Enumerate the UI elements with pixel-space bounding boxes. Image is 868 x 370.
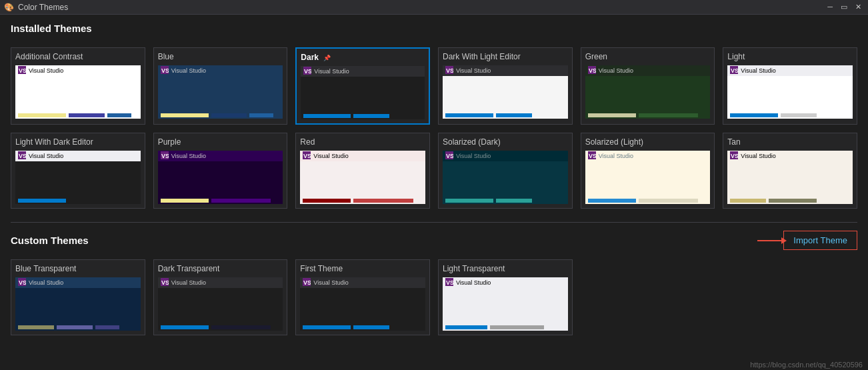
minimize-button[interactable]: ─ (825, 3, 835, 11)
preview-bar (490, 325, 544, 329)
theme-preview: VSVisual Studio (301, 66, 425, 119)
custom-themes-title: Custom Themes (11, 235, 89, 246)
preview-bar (211, 113, 247, 117)
theme-card[interactable]: Light TransparentVSVisual Studio (438, 259, 573, 335)
preview-title: Visual Studio (29, 279, 63, 286)
preview-bar (496, 199, 532, 203)
preview-bar (69, 199, 141, 203)
preview-bar (353, 325, 389, 329)
theme-card[interactable]: Dark With Light EditorVSVisual Studio (438, 47, 573, 125)
svg-text:VS: VS (731, 153, 738, 159)
svg-text:VS: VS (303, 153, 311, 159)
vs-icon: VS (161, 278, 169, 287)
svg-text:VS: VS (446, 153, 453, 159)
theme-card[interactable]: RedVSVisual Studio (295, 133, 430, 209)
vs-icon: VS (303, 151, 311, 161)
preview-bar (18, 199, 66, 203)
vs-icon: VS (588, 66, 596, 75)
svg-text:VS: VS (19, 67, 26, 74)
import-theme-button[interactable]: Import Theme (783, 231, 857, 250)
preview-title: Visual Studio (171, 153, 206, 159)
theme-name: Solarized (Light) (585, 137, 711, 147)
theme-name: Blue (158, 52, 283, 61)
theme-card[interactable]: First ThemeVSVisual Studio (295, 259, 430, 335)
theme-name: Light Transparent (443, 264, 568, 273)
theme-card[interactable]: Light With Dark EditorVSVisual Studio (11, 133, 145, 209)
theme-preview: VSVisual Studio (443, 151, 568, 204)
theme-card[interactable]: Dark TransparentVSVisual Studio (153, 259, 288, 335)
close-button[interactable]: ✕ (853, 3, 864, 11)
svg-text:VS: VS (589, 153, 596, 159)
vs-icon: VS (445, 151, 453, 161)
preview-bar (445, 113, 493, 117)
svg-text:VS: VS (161, 67, 169, 74)
theme-card[interactable]: Dark 📌VSVisual Studio (295, 47, 430, 125)
theme-preview: VSVisual Studio (15, 151, 141, 204)
vs-icon: VS (18, 151, 26, 161)
theme-name: Light With Dark Editor (15, 137, 141, 147)
preview-bar (57, 325, 93, 329)
vs-icon: VS (445, 66, 453, 75)
theme-card[interactable]: Solarized (Light)VSVisual Studio (581, 133, 715, 209)
app-icon: 🎨 (4, 3, 14, 12)
theme-card[interactable]: TanVSVisual Studio (723, 133, 857, 209)
preview-bar (445, 325, 487, 329)
theme-card[interactable]: BlueVSVisual Studio (153, 47, 288, 125)
theme-preview: VSVisual Studio (158, 151, 283, 204)
vs-icon: VS (588, 151, 596, 161)
vs-icon: VS (730, 151, 738, 161)
preview-bar (18, 325, 54, 329)
window-title: Color Themes (18, 3, 68, 12)
theme-name: First Theme (300, 264, 425, 273)
svg-text:VS: VS (304, 68, 311, 75)
preview-title: Visual Studio (313, 153, 348, 159)
pin-icon: 📌 (321, 55, 331, 61)
preview-bar (303, 199, 351, 203)
svg-text:VS: VS (19, 153, 26, 159)
theme-card[interactable]: LightVSVisual Studio (723, 47, 857, 125)
preview-bar (211, 325, 271, 329)
restore-button[interactable]: ▭ (838, 3, 850, 11)
theme-card[interactable]: Blue TransparentVSVisual Studio (11, 259, 145, 335)
theme-preview: VSVisual Studio (727, 65, 853, 119)
title-bar: 🎨 Color Themes ─ ▭ ✕ (0, 0, 868, 15)
theme-card[interactable]: Solarized (Dark)VSVisual Studio (438, 133, 573, 209)
theme-preview: VSVisual Studio (443, 65, 568, 119)
theme-preview: VSVisual Studio (15, 277, 141, 331)
preview-title: Visual Studio (171, 279, 206, 286)
vs-icon: VS (161, 151, 169, 161)
preview-bar (353, 114, 389, 118)
preview-title: Visual Studio (599, 67, 633, 74)
status-bar: https://blog.csdn.net/qq_40520596 (745, 359, 868, 370)
preview-title: Visual Studio (313, 279, 348, 286)
theme-preview: VSVisual Studio (158, 277, 283, 331)
theme-name: Green (585, 52, 711, 61)
preview-bar (303, 325, 351, 329)
preview-title: Visual Studio (456, 67, 491, 74)
theme-card[interactable]: Additional ContrastVSVisual Studio (11, 47, 145, 125)
theme-card[interactable]: PurpleVSVisual Studio (153, 133, 288, 209)
preview-bar (353, 199, 413, 203)
preview-bar (445, 199, 493, 203)
preview-title: Visual Studio (29, 153, 63, 159)
preview-bar (639, 199, 699, 203)
svg-text:VS: VS (446, 67, 453, 74)
preview-bar (588, 199, 636, 203)
svg-text:VS: VS (731, 67, 738, 74)
custom-themes-header: Custom Themes Import Theme (11, 222, 857, 250)
preview-bar (95, 325, 119, 329)
theme-preview: VSVisual Studio (727, 151, 853, 204)
preview-bar (107, 113, 131, 117)
preview-bar (161, 113, 209, 117)
preview-bar (18, 113, 66, 117)
vs-icon: VS (18, 278, 26, 287)
theme-name: Dark Transparent (158, 264, 283, 273)
theme-name: Red (300, 137, 425, 147)
vs-icon: VS (161, 66, 169, 75)
vs-icon: VS (730, 66, 738, 75)
preview-title: Visual Studio (29, 67, 63, 74)
theme-card[interactable]: GreenVSVisual Studio (581, 47, 715, 125)
theme-preview: VSVisual Studio (300, 277, 425, 331)
theme-name: Dark 📌 (301, 53, 425, 62)
preview-bar (69, 113, 105, 117)
